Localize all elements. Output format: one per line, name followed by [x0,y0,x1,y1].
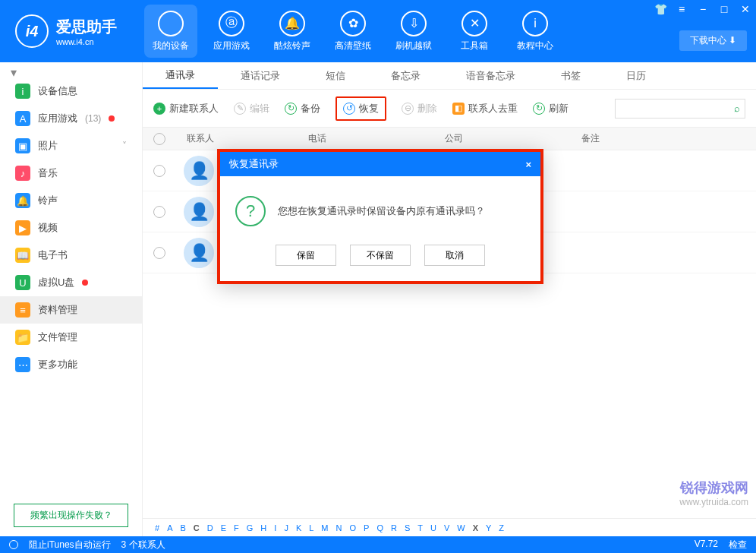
dedupe-button[interactable]: ◧联系人去重 [452,102,518,115]
delete-button[interactable]: ⊖删除 [402,102,437,115]
alpha-N[interactable]: N [336,523,342,532]
sidebar-item-music[interactable]: ♪音乐 [0,160,142,187]
alpha-Z[interactable]: Z [499,523,504,532]
tab-contacts[interactable]: 通讯录 [143,62,218,89]
status-itunes[interactable]: 阻止iTunes自动运行 [29,539,111,551]
minimize-icon[interactable]: − [697,3,709,15]
tab-voice-notes[interactable]: 语音备忘录 [443,62,538,89]
nav-flash[interactable]: ⇩刷机越狱 [387,5,440,58]
alpha-#[interactable]: # [155,523,159,532]
col-note[interactable]: 备注 [581,132,745,145]
alpha-E[interactable]: E [221,523,226,532]
sidebar-item-udisk[interactable]: U虚拟U盘 [0,269,142,296]
nav-ringtones[interactable]: 🔔酷炫铃声 [266,5,319,58]
maximize-icon[interactable]: □ [718,3,730,15]
window-controls: 👕 ≡ − □ ✕ [654,3,751,15]
tab-call-log[interactable]: 通话记录 [218,62,303,89]
status-version: V7.72 [695,539,718,551]
alpha-D[interactable]: D [207,523,213,532]
alpha-W[interactable]: W [457,523,465,532]
alpha-H[interactable]: H [260,523,266,532]
keep-button[interactable]: 保留 [276,245,336,266]
operation-failed-help-button[interactable]: 频繁出现操作失败？ [14,504,128,527]
toolbar: +新建联系人 ✎编辑 ↻备份 ↺恢复 ⊖删除 ◧联系人去重 ↻刷新 ⌕ [143,90,756,128]
alpha-T[interactable]: T [417,523,423,532]
dialog-close-button[interactable]: × [525,159,531,170]
alpha-index: #ABCDEFGHIJKLMNOPQRSTUVWXYZ [143,518,756,536]
backup-button[interactable]: ↻备份 [285,102,320,115]
col-company[interactable]: 公司 [445,132,581,145]
alpha-G[interactable]: G [247,523,254,532]
alpha-P[interactable]: P [364,523,369,532]
alpha-V[interactable]: V [444,523,449,532]
search-input[interactable]: ⌕ [615,99,745,118]
menu-icon[interactable]: ≡ [676,3,688,15]
row-checkbox[interactable] [153,165,165,177]
sidebar-item-video[interactable]: ▶视频 [0,214,142,242]
alpha-Y[interactable]: Y [486,523,491,532]
alpha-S[interactable]: S [405,523,410,532]
dedupe-icon: ◧ [452,103,465,115]
sidebar-item-more[interactable]: ⋯更多功能 [0,351,142,378]
alpha-J[interactable]: J [284,523,288,532]
new-contact-button[interactable]: +新建联系人 [153,102,219,115]
sidebar-item-photos[interactable]: ▣照片˅ [0,132,142,160]
row-checkbox[interactable] [153,206,165,218]
sidebar-item-ringtone[interactable]: 🔔铃声 [0,187,142,214]
restore-button[interactable]: ↺恢复 [335,96,386,121]
alpha-L[interactable]: L [309,523,313,532]
alpha-O[interactable]: O [349,523,356,532]
sidebar-item-filemanage[interactable]: 📁文件管理 [0,324,142,351]
row-checkbox[interactable] [153,247,165,259]
nav-toolbox[interactable]: ✕工具箱 [448,5,501,58]
tab-sms[interactable]: 短信 [303,62,368,89]
col-contact[interactable]: 联系人 [187,132,308,145]
app-url: www.i4.cn [56,37,117,46]
sidebar-item-ebook[interactable]: 📖电子书 [0,242,142,269]
tab-calendar[interactable]: 日历 [603,62,669,89]
close-icon[interactable]: ✕ [739,3,751,15]
cancel-button[interactable]: 取消 [424,245,485,266]
restore-icon: ↺ [343,103,355,115]
folder-icon: 📁 [15,330,30,345]
sidebar-item-datamanage[interactable]: ≡资料管理 [0,296,142,324]
nav-apps[interactable]: ⓐ应用游戏 [205,5,258,58]
red-dot-icon [82,280,88,286]
nav-wallpaper[interactable]: ✿高清壁纸 [326,5,380,58]
tab-bookmarks[interactable]: 书签 [538,62,603,89]
question-icon: ? [235,196,266,226]
video-icon: ▶ [15,220,30,235]
select-all-checkbox[interactable] [153,133,165,145]
data-tabs: 通讯录 通话记录 短信 备忘录 语音备忘录 书签 日历 [143,62,756,90]
refresh-button[interactable]: ↻刷新 [533,102,569,115]
alpha-I[interactable]: I [274,523,276,532]
download-center-button[interactable]: 下载中心 ⬇ [679,30,747,51]
alpha-C[interactable]: C [194,523,200,532]
nav-my-device[interactable]: 我的设备 [144,5,197,58]
alpha-B[interactable]: B [180,523,185,532]
discard-button[interactable]: 不保留 [350,245,411,266]
alpha-U[interactable]: U [430,523,436,532]
sidebar-item-device-info[interactable]: i设备信息 [0,77,142,105]
status-check-update[interactable]: 检查 [729,539,747,551]
download-icon: ⇩ [401,11,427,36]
tab-notes[interactable]: 备忘录 [368,62,443,89]
avatar-icon: 👤 [184,156,214,186]
nav-tutorials[interactable]: i教程中心 [509,5,562,58]
backup-icon: ↻ [285,103,297,115]
alpha-R[interactable]: R [391,523,397,532]
sidebar-collapse[interactable]: ▾ [0,62,142,77]
tshirt-icon[interactable]: 👕 [654,3,666,15]
refresh-icon: ↻ [533,103,545,115]
info-icon: i [522,11,548,36]
alpha-F[interactable]: F [234,523,239,532]
alpha-M[interactable]: M [321,523,328,532]
col-phone[interactable]: 电话 [308,132,445,145]
app-header: i4 爱思助手 www.i4.cn 我的设备 ⓐ应用游戏 🔔酷炫铃声 ✿高清壁纸… [0,0,756,62]
alpha-X[interactable]: X [473,523,478,532]
alpha-K[interactable]: K [296,523,301,532]
alpha-Q[interactable]: Q [376,523,383,532]
alpha-A[interactable]: A [167,523,172,532]
sidebar-item-apps[interactable]: A应用游戏(13) [0,105,142,132]
edit-button[interactable]: ✎编辑 [234,102,269,115]
